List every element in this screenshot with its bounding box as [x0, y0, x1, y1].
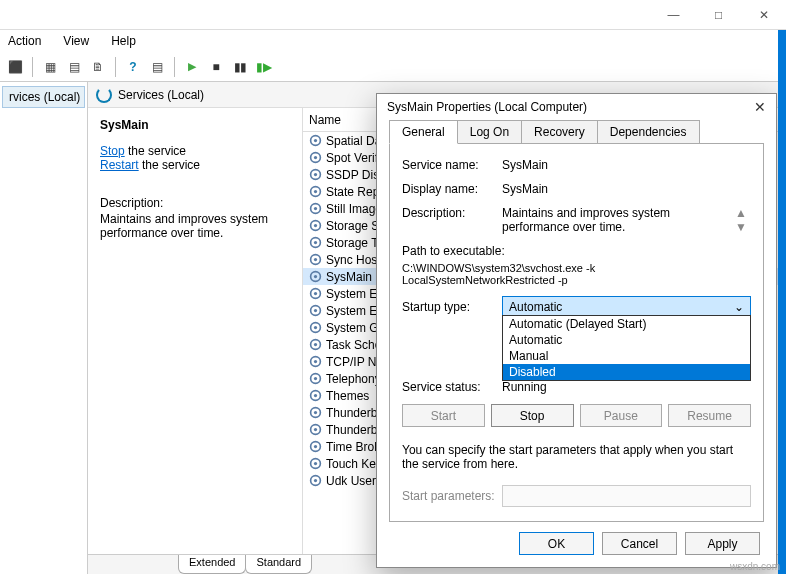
dialog-tabs: General Log On Recovery Dependencies	[389, 120, 764, 144]
minimize-button[interactable]: —	[651, 0, 696, 30]
separator	[115, 57, 116, 77]
start-parameters-input[interactable]	[502, 485, 751, 507]
properties-dialog: SysMain Properties (Local Computer) ✕ Ge…	[376, 93, 777, 568]
list-item-label: Still Image	[326, 202, 382, 216]
gear-icon	[309, 185, 322, 198]
service-status-label: Service status:	[402, 380, 502, 394]
gear-icon	[309, 321, 322, 334]
chevron-down-icon: ⌄	[734, 300, 744, 314]
window-edge	[778, 30, 786, 574]
gear-icon	[309, 457, 322, 470]
tree-pane: rvices (Local)	[0, 82, 88, 574]
ok-button[interactable]: OK	[519, 532, 594, 555]
gear-icon	[309, 338, 322, 351]
dropdown-option[interactable]: Disabled	[503, 364, 750, 380]
toolbar-icon[interactable]: ▦	[39, 56, 61, 78]
svg-point-1	[314, 139, 317, 142]
play-icon[interactable]: ▶	[181, 56, 203, 78]
svg-point-11	[314, 224, 317, 227]
svg-point-15	[314, 258, 317, 261]
svg-point-19	[314, 292, 317, 295]
tab-extended[interactable]: Extended	[178, 555, 246, 574]
startup-type-value: Automatic	[509, 300, 562, 314]
pause-icon[interactable]: ▮▮	[229, 56, 251, 78]
watermark: wsxdn.com	[730, 561, 780, 572]
gear-icon	[309, 423, 322, 436]
menu-help[interactable]: Help	[107, 32, 140, 50]
content-title: Services (Local)	[118, 88, 204, 102]
gear-icon	[309, 134, 322, 147]
svg-point-29	[314, 377, 317, 380]
gear-icon	[309, 253, 322, 266]
list-item-label: Telephony	[326, 372, 381, 386]
gear-icon	[309, 440, 322, 453]
export-icon[interactable]: 🗎	[87, 56, 109, 78]
toolbar-icon[interactable]: ▤	[63, 56, 85, 78]
dropdown-option[interactable]: Manual	[503, 348, 750, 364]
svg-point-27	[314, 360, 317, 363]
gear-icon	[309, 202, 322, 215]
gear-icon	[309, 355, 322, 368]
svg-point-9	[314, 207, 317, 210]
svg-point-7	[314, 190, 317, 193]
gear-icon	[309, 151, 322, 164]
startup-dropdown: Automatic (Delayed Start)AutomaticManual…	[502, 315, 751, 381]
tab-dependencies[interactable]: Dependencies	[597, 120, 700, 143]
tab-general[interactable]: General	[389, 120, 458, 144]
tab-logon[interactable]: Log On	[457, 120, 522, 143]
svg-point-3	[314, 156, 317, 159]
service-status-value: Running	[502, 380, 547, 394]
stop-link[interactable]: Stop	[100, 144, 125, 158]
stop-icon[interactable]: ■	[205, 56, 227, 78]
refresh-icon[interactable]	[96, 87, 112, 103]
apply-button[interactable]: Apply	[685, 532, 760, 555]
list-item-label: SysMain	[326, 270, 372, 284]
gear-icon	[309, 406, 322, 419]
description-value: Maintains and improves system performanc…	[502, 206, 735, 234]
service-name-value: SysMain	[502, 158, 751, 172]
list-item-label: Themes	[326, 389, 369, 403]
restart-icon[interactable]: ▮▶	[253, 56, 275, 78]
svg-point-31	[314, 394, 317, 397]
close-icon[interactable]: ✕	[754, 99, 766, 115]
svg-point-41	[314, 479, 317, 482]
menu-action[interactable]: Action	[4, 32, 45, 50]
gear-icon	[309, 287, 322, 300]
help-icon[interactable]: ?	[122, 56, 144, 78]
description-text: Maintains and improves system performanc…	[100, 212, 290, 240]
svg-point-37	[314, 445, 317, 448]
back-icon[interactable]: ⬛	[4, 56, 26, 78]
resume-button[interactable]: Resume	[668, 404, 751, 427]
tab-recovery[interactable]: Recovery	[521, 120, 598, 143]
svg-point-35	[314, 428, 317, 431]
display-name-value: SysMain	[502, 182, 751, 196]
cancel-button[interactable]: Cancel	[602, 532, 677, 555]
gear-icon	[309, 304, 322, 317]
restart-link[interactable]: Restart	[100, 158, 139, 172]
separator	[174, 57, 175, 77]
gear-icon	[309, 236, 322, 249]
pause-button[interactable]: Pause	[580, 404, 663, 427]
detail-pane: SysMain Stop the service Restart the ser…	[88, 108, 303, 554]
path-value: C:\WINDOWS\system32\svchost.exe -k Local…	[402, 262, 751, 286]
description-scroll[interactable]: ▲▼	[735, 206, 751, 234]
start-button[interactable]: Start	[402, 404, 485, 427]
dialog-title: SysMain Properties (Local Computer)	[387, 100, 587, 114]
startup-type-label: Startup type:	[402, 300, 502, 314]
toolbar-icon[interactable]: ▤	[146, 56, 168, 78]
gear-icon	[309, 270, 322, 283]
window-titlebar: — □ ✕	[0, 0, 786, 30]
gear-icon	[309, 372, 322, 385]
svg-point-17	[314, 275, 317, 278]
maximize-button[interactable]: □	[696, 0, 741, 30]
help-text: You can specify the start parameters tha…	[402, 443, 751, 471]
tree-item-services[interactable]: rvices (Local)	[2, 86, 85, 108]
dropdown-option[interactable]: Automatic (Delayed Start)	[503, 316, 750, 332]
link-suffix: the service	[125, 144, 186, 158]
tab-standard[interactable]: Standard	[245, 555, 312, 574]
menu-view[interactable]: View	[59, 32, 93, 50]
stop-button[interactable]: Stop	[491, 404, 574, 427]
dropdown-option[interactable]: Automatic	[503, 332, 750, 348]
close-button[interactable]: ✕	[741, 0, 786, 30]
dialog-titlebar: SysMain Properties (Local Computer) ✕	[377, 94, 776, 120]
